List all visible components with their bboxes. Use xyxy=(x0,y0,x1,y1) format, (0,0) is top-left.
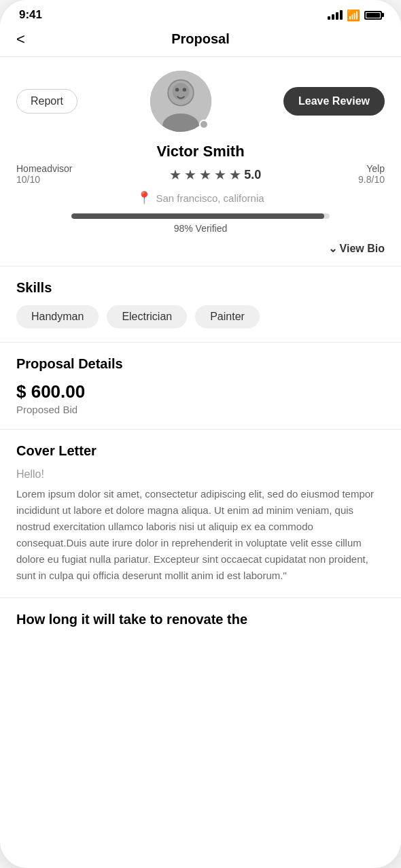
contractor-name: Victor Smith xyxy=(156,143,244,160)
how-long-section: How long it will take to renovate the xyxy=(0,598,401,641)
star-3-icon: ★ xyxy=(199,167,211,183)
svg-point-5 xyxy=(175,88,178,91)
cover-letter-title: Cover Letter xyxy=(16,443,385,459)
profile-top-row: Report xyxy=(16,71,385,132)
rating-row: Homeadvisor 10/10 ★ ★ ★ ★ ★ 5.0 Yelp 9.8… xyxy=(16,163,385,185)
proposal-price: $ 600.00 xyxy=(16,381,385,402)
avatar xyxy=(150,71,211,132)
skill-tag-handyman: Handyman xyxy=(16,305,99,328)
star-4-icon: ★ xyxy=(214,167,226,183)
status-icons: 📶 xyxy=(328,9,382,22)
homeadvisor-score: 10/10 xyxy=(16,174,72,185)
progress-bar-background xyxy=(71,213,329,219)
rating-number: 5.0 xyxy=(244,168,261,182)
cover-letter-body: Lorem ipsum dolor sit amet, consectetur … xyxy=(16,486,385,584)
skills-title: Skills xyxy=(16,280,385,296)
back-button[interactable]: < xyxy=(16,31,25,48)
cover-letter-section: Cover Letter Hello! Lorem ipsum dolor si… xyxy=(0,430,401,598)
avatar-status-dot xyxy=(199,120,209,129)
header: < Proposal xyxy=(0,26,401,57)
yelp-score: 9.8/10 xyxy=(358,174,385,185)
svg-point-4 xyxy=(172,83,189,100)
location-row: 📍 San francisco, california xyxy=(16,190,385,205)
stars-center: ★ ★ ★ ★ ★ 5.0 xyxy=(72,165,358,183)
status-time: 9:41 xyxy=(19,8,42,22)
status-bar: 9:41 📶 xyxy=(0,0,401,26)
homeadvisor-label: Homeadvisor xyxy=(16,163,72,174)
how-long-title: How long it will take to renovate the xyxy=(16,612,385,627)
page-title: Proposal xyxy=(171,31,230,47)
star-2-icon: ★ xyxy=(184,167,196,183)
homeadvisor-block: Homeadvisor 10/10 xyxy=(16,163,72,185)
view-bio-label: View Bio xyxy=(340,243,385,255)
battery-icon xyxy=(364,11,382,20)
skill-tag-electrician: Electrician xyxy=(107,305,187,328)
location-text: San francisco, california xyxy=(156,192,264,204)
stars-row: ★ ★ ★ ★ ★ 5.0 xyxy=(72,167,358,183)
cover-letter-greeting: Hello! xyxy=(16,468,385,481)
proposed-bid-label: Proposed Bid xyxy=(16,404,385,415)
report-button[interactable]: Report xyxy=(16,89,77,114)
view-bio-button[interactable]: ⌄ View Bio xyxy=(328,242,385,255)
verified-label: 98% Verified xyxy=(174,223,228,234)
view-bio-row: ⌄ View Bio xyxy=(16,242,385,255)
skills-list: Handyman Electrician Painter xyxy=(16,305,385,328)
yelp-block: Yelp 9.8/10 xyxy=(358,163,385,185)
location-icon: 📍 xyxy=(137,190,152,205)
wifi-icon: 📶 xyxy=(347,9,360,22)
profile-section: Report xyxy=(0,57,401,266)
proposal-details-section: Proposal Details $ 600.00 Proposed Bid xyxy=(0,343,401,430)
star-5-icon: ★ xyxy=(229,167,241,183)
chevron-down-icon: ⌄ xyxy=(328,242,337,255)
svg-point-6 xyxy=(182,88,186,91)
skills-section: Skills Handyman Electrician Painter xyxy=(0,266,401,343)
proposal-details-title: Proposal Details xyxy=(16,356,385,372)
skill-tag-painter: Painter xyxy=(195,305,260,328)
leave-review-button[interactable]: Leave Review xyxy=(283,87,385,116)
verified-progress: 98% Verified xyxy=(16,213,385,234)
star-1-icon: ★ xyxy=(169,167,181,183)
yelp-label: Yelp xyxy=(358,163,385,174)
signal-bars-icon xyxy=(328,10,343,20)
progress-bar-fill xyxy=(71,213,324,219)
